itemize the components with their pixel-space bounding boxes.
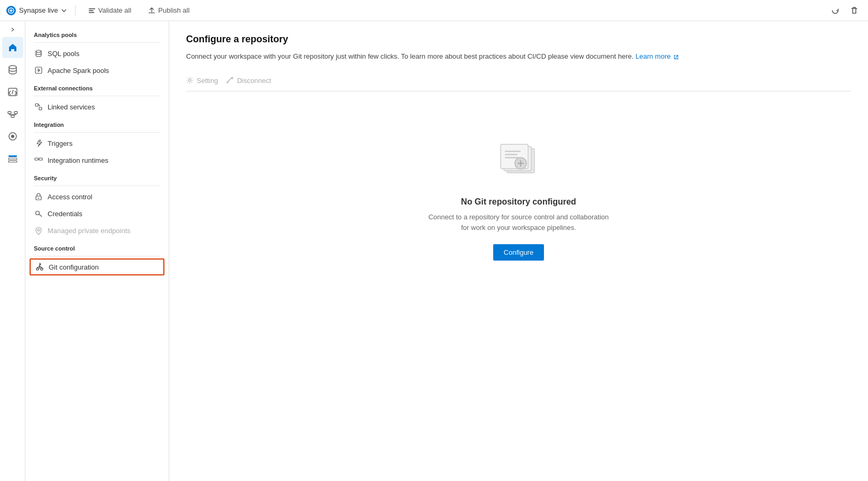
triggers-icon <box>34 138 43 148</box>
credentials-label: Credentials <box>48 210 82 218</box>
topbar-divider <box>75 5 76 16</box>
rail-integrate[interactable] <box>2 104 23 125</box>
spark-icon <box>34 66 43 75</box>
access-control-icon <box>34 192 43 201</box>
sidebar-item-apache-spark[interactable]: Apache Spark pools <box>25 62 169 79</box>
configure-button[interactable]: Configure <box>493 244 544 261</box>
topbar-right-actions <box>828 3 862 18</box>
topbar: Synapse live Validate all Publish all <box>0 0 868 21</box>
sidebar-item-sql-pools[interactable]: SQL pools <box>25 45 169 62</box>
access-control-label: Access control <box>48 193 93 201</box>
svg-point-21 <box>38 198 39 199</box>
svg-rect-18 <box>35 158 38 160</box>
toolbar: Setting Disconnect <box>186 70 851 91</box>
integration-runtimes-label: Integration runtimes <box>48 156 108 164</box>
empty-state: No Git repository configured Connect to … <box>186 91 851 282</box>
empty-state-description: Connect to a repository for source contr… <box>428 212 608 234</box>
publish-all-button[interactable]: Publish all <box>144 4 193 16</box>
page-title: Configure a repository <box>186 34 851 45</box>
section-divider-external <box>34 96 160 96</box>
refresh-button[interactable] <box>828 3 843 18</box>
rail-data[interactable] <box>2 59 23 80</box>
svg-point-23 <box>38 229 40 231</box>
svg-point-4 <box>9 66 16 69</box>
sql-pools-label: SQL pools <box>48 50 79 58</box>
sidebar-item-triggers[interactable]: Triggers <box>25 135 169 152</box>
svg-point-26 <box>232 77 234 79</box>
workspace-icon <box>6 6 16 15</box>
svg-rect-19 <box>39 158 42 160</box>
svg-rect-17 <box>39 107 42 110</box>
managed-private-endpoints-label: Managed private endpoints <box>48 227 131 235</box>
sidebar-item-integration-runtimes[interactable]: Integration runtimes <box>25 152 169 169</box>
sidebar-item-access-control[interactable]: Access control <box>25 188 169 205</box>
svg-rect-31 <box>505 154 518 155</box>
svg-rect-11 <box>8 155 17 157</box>
svg-rect-13 <box>8 161 17 162</box>
svg-rect-8 <box>11 115 14 117</box>
sidebar-item-git-configuration[interactable]: Git configuration <box>30 258 164 275</box>
rail-home[interactable] <box>2 37 23 58</box>
learn-more-link[interactable]: Learn more <box>635 52 679 60</box>
content-area: Configure a repository Connect your work… <box>169 21 868 481</box>
icon-rail <box>0 21 25 481</box>
integration-runtimes-icon <box>34 155 43 165</box>
section-header-source-control: Source control <box>25 239 169 254</box>
svg-rect-32 <box>505 157 519 159</box>
expand-rail-button[interactable] <box>2 23 23 36</box>
svg-point-10 <box>11 135 14 138</box>
sql-pools-icon <box>34 49 43 58</box>
empty-state-title: No Git repository configured <box>461 197 576 207</box>
svg-point-25 <box>227 81 229 83</box>
sidebar-item-linked-services[interactable]: Linked services <box>25 98 169 115</box>
linked-services-icon <box>34 102 43 112</box>
setting-label: Setting <box>197 77 218 85</box>
svg-rect-6 <box>8 112 11 114</box>
apache-spark-label: Apache Spark pools <box>48 67 109 75</box>
setting-icon <box>186 77 193 84</box>
chevron-down-icon <box>61 9 67 12</box>
sidebar-item-credentials[interactable]: Credentials <box>25 205 169 222</box>
rail-manage[interactable] <box>2 148 23 169</box>
svg-rect-3 <box>89 12 95 13</box>
setting-button: Setting <box>186 75 218 87</box>
sidebar-item-managed-private-endpoints: Managed private endpoints <box>25 222 169 239</box>
section-divider-source-control <box>34 256 160 256</box>
disconnect-button: Disconnect <box>226 75 271 87</box>
linked-services-label: Linked services <box>48 103 95 111</box>
rail-develop[interactable] <box>2 81 23 103</box>
svg-rect-12 <box>8 158 17 160</box>
publish-icon <box>148 7 155 14</box>
disconnect-icon <box>226 77 234 84</box>
validate-all-label: Validate all <box>98 6 132 14</box>
rail-monitor[interactable] <box>2 126 23 147</box>
validate-all-button[interactable]: Validate all <box>84 4 136 16</box>
workspace-name: Synapse live <box>19 6 58 14</box>
svg-rect-16 <box>35 104 38 106</box>
section-divider-integration <box>34 132 160 133</box>
section-header-analytics-pools: Analytics pools <box>25 25 169 40</box>
empty-state-icon <box>492 134 545 187</box>
publish-all-label: Publish all <box>158 6 189 14</box>
section-divider-analytics <box>34 42 160 43</box>
main-layout: Analytics pools SQL pools Apache Spark p… <box>0 21 868 481</box>
section-header-security: Security <box>25 169 169 183</box>
disconnect-label: Disconnect <box>237 77 271 85</box>
svg-rect-30 <box>505 151 521 152</box>
managed-private-endpoints-icon <box>34 226 43 235</box>
svg-point-24 <box>189 79 191 81</box>
svg-rect-7 <box>14 112 17 114</box>
section-header-integration: Integration <box>25 115 169 130</box>
credentials-icon <box>34 209 43 218</box>
svg-rect-1 <box>89 8 95 9</box>
section-divider-security <box>34 186 160 186</box>
page-description: Connect your workspace with your Git rep… <box>186 51 851 62</box>
svg-rect-2 <box>89 10 94 11</box>
triggers-label: Triggers <box>48 140 72 147</box>
git-configuration-label: Git configuration <box>49 263 99 271</box>
section-header-external-connections: External connections <box>25 79 169 94</box>
sidebar: Analytics pools SQL pools Apache Spark p… <box>25 21 169 481</box>
workspace-selector[interactable]: Synapse live <box>6 6 67 15</box>
git-configuration-icon <box>35 262 44 272</box>
delete-button[interactable] <box>847 3 862 18</box>
